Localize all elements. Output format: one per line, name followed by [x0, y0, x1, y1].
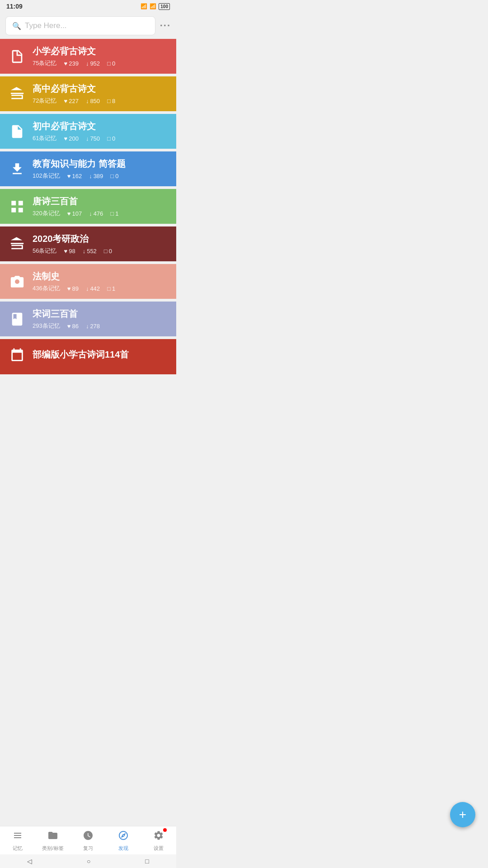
search-bar-container: 🔍 Type Here... ··· [0, 13, 176, 39]
card-content: 法制史 436条记忆♥89↓442□1 [33, 270, 169, 292]
card-comments: □1 [110, 210, 118, 217]
card-memories: 56条记忆 [33, 247, 56, 255]
card-comments: □8 [107, 98, 115, 104]
card-icon [7, 197, 27, 217]
card-item-9[interactable]: 部编版小学古诗词114首 [0, 339, 176, 374]
search-placeholder: Type Here... [25, 21, 67, 30]
card-likes: ♥98 [64, 248, 75, 255]
card-title: 教育知识与能力 简答题 [33, 158, 169, 170]
card-likes: ♥239 [64, 60, 78, 67]
wifi-icon: 📶 [150, 3, 156, 9]
card-memories: 102条记忆 [33, 172, 60, 180]
card-item-2[interactable]: 高中必背古诗文 72条记忆♥227↓850□8 [0, 76, 176, 111]
card-downloads: ↓442 [86, 285, 100, 292]
card-meta: 436条记忆♥89↓442□1 [33, 284, 169, 292]
card-comments: □0 [107, 60, 115, 67]
card-memories: 61条记忆 [33, 134, 56, 142]
card-item-3[interactable]: 初中必背古诗文 61条记忆♥200↓750□0 [0, 114, 176, 149]
card-title: 宋词三百首 [33, 308, 169, 320]
card-title: 部编版小学古诗词114首 [33, 349, 169, 361]
card-icon [7, 122, 27, 142]
card-icon [7, 345, 27, 365]
card-content: 部编版小学古诗词114首 [33, 349, 169, 363]
cards-list: 小学必背古诗文 75条记忆♥239↓952□0 高中必背古诗文 72条记忆♥22… [0, 39, 176, 410]
card-content: 唐诗三百首 320条记忆♥107↓476□1 [33, 195, 169, 217]
card-downloads: ↓389 [89, 173, 103, 179]
card-comments: □0 [104, 248, 112, 255]
card-item-7[interactable]: 法制史 436条记忆♥89↓442□1 [0, 264, 176, 299]
card-memories: 293条记忆 [33, 322, 60, 330]
card-comments: □1 [107, 285, 115, 292]
status-bar: 11:09 📶 📶 100 [0, 0, 176, 13]
card-icon [7, 84, 27, 104]
card-item-6[interactable]: 2020考研政治 56条记忆♥98↓552□0 [0, 226, 176, 261]
card-memories: 320条记忆 [33, 209, 60, 217]
card-item-5[interactable]: 唐诗三百首 320条记忆♥107↓476□1 [0, 189, 176, 224]
card-content: 2020考研政治 56条记忆♥98↓552□0 [33, 233, 169, 255]
card-icon [7, 309, 27, 329]
more-options-button[interactable]: ··· [160, 20, 171, 32]
card-likes: ♥200 [64, 135, 78, 142]
card-meta: 75条记忆♥239↓952□0 [33, 59, 169, 67]
battery-icon: 100 [159, 3, 170, 10]
card-title: 法制史 [33, 270, 169, 283]
card-downloads: ↓952 [86, 60, 100, 67]
card-item-8[interactable]: 宋词三百首 293条记忆♥86↓278 [0, 302, 176, 336]
card-title: 2020考研政治 [33, 233, 169, 245]
card-title: 唐诗三百首 [33, 195, 169, 208]
card-memories: 72条记忆 [33, 97, 56, 105]
card-title: 初中必背古诗文 [33, 120, 169, 132]
card-likes: ♥89 [67, 285, 79, 292]
search-icon: 🔍 [12, 22, 21, 30]
card-item-4[interactable]: 教育知识与能力 简答题 102条记忆♥162↓389□0 [0, 151, 176, 186]
card-comments: □0 [107, 135, 115, 142]
card-memories: 436条记忆 [33, 284, 60, 292]
card-content: 初中必背古诗文 61条记忆♥200↓750□0 [33, 120, 169, 142]
card-meta: 56条记忆♥98↓552□0 [33, 247, 169, 255]
card-meta: 102条记忆♥162↓389□0 [33, 172, 169, 180]
card-comments: □0 [110, 173, 118, 179]
card-downloads: ↓278 [86, 323, 100, 330]
card-icon [7, 234, 27, 254]
bluetooth-icon: 📶 [141, 3, 147, 9]
card-meta: 72条记忆♥227↓850□8 [33, 97, 169, 105]
card-content: 高中必背古诗文 72条记忆♥227↓850□8 [33, 83, 169, 105]
card-item-1[interactable]: 小学必背古诗文 75条记忆♥239↓952□0 [0, 39, 176, 74]
card-likes: ♥227 [64, 98, 78, 104]
card-downloads: ↓850 [86, 98, 100, 104]
card-title: 高中必背古诗文 [33, 83, 169, 95]
card-meta: 320条记忆♥107↓476□1 [33, 209, 169, 217]
status-time: 11:09 [6, 3, 23, 10]
card-meta: 61条记忆♥200↓750□0 [33, 134, 169, 142]
card-downloads: ↓750 [86, 135, 100, 142]
search-input-wrap[interactable]: 🔍 Type Here... [5, 16, 155, 35]
card-meta: 293条记忆♥86↓278 [33, 322, 169, 330]
card-content: 宋词三百首 293条记忆♥86↓278 [33, 308, 169, 330]
card-content: 小学必背古诗文 75条记忆♥239↓952□0 [33, 45, 169, 67]
card-likes: ♥86 [67, 323, 79, 330]
card-icon [7, 159, 27, 179]
card-downloads: ↓552 [83, 248, 97, 255]
card-icon [7, 272, 27, 292]
card-downloads: ↓476 [89, 210, 103, 217]
card-memories: 75条记忆 [33, 59, 56, 67]
card-icon [7, 47, 27, 66]
card-likes: ♥162 [67, 173, 82, 179]
card-title: 小学必背古诗文 [33, 45, 169, 57]
card-content: 教育知识与能力 简答题 102条记忆♥162↓389□0 [33, 158, 169, 180]
card-likes: ♥107 [67, 210, 82, 217]
status-icons: 📶 📶 100 [141, 3, 170, 10]
